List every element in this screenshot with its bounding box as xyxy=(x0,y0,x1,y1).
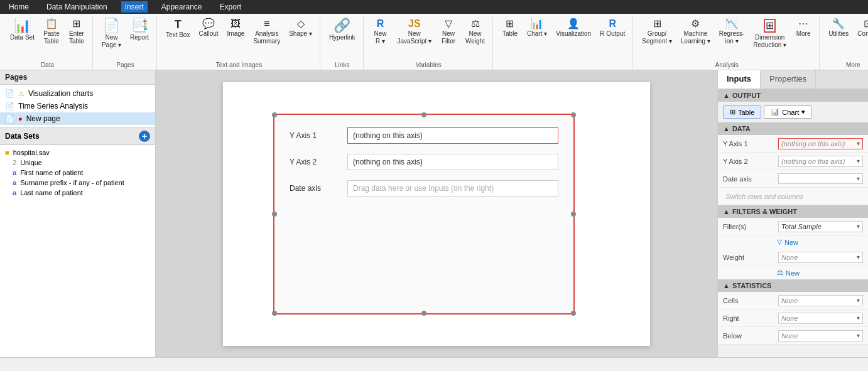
resize-handle-left[interactable] xyxy=(272,212,277,217)
output-buttons: ⊞ Table 📊 Chart ▾ xyxy=(718,102,868,122)
chart-dropdown-icon: ▾ xyxy=(801,108,805,116)
weight-row: Weight None ▾ xyxy=(718,249,868,266)
ribbon-btn-analysis-summary[interactable]: ≡ AnalysisSummary xyxy=(249,16,284,48)
below-label: Below xyxy=(723,332,773,340)
output-btn-chart[interactable]: 📊 Chart ▾ xyxy=(764,105,812,119)
resize-handle-top[interactable] xyxy=(421,112,426,117)
dataset-item-surnameprefix[interactable]: a Surname prefix - if any - of patient xyxy=(0,178,155,188)
data-section: ▲ DATA Y Axis 1 (nothing on this axis) ▾… xyxy=(718,122,868,205)
output-table-label: Table xyxy=(738,109,754,116)
ribbon-btn-utilities[interactable]: 🔧 Utilities xyxy=(825,16,852,40)
pages-list: 📄 ⚠ Visualization charts 📄 Time Series A… xyxy=(0,85,155,127)
data-yaxis2-arrow: ▾ xyxy=(857,158,860,164)
filters-select[interactable]: Total Sample ▾ xyxy=(778,221,863,232)
collapse-statistics-icon[interactable]: ▲ xyxy=(723,282,730,289)
dimension-reduction-icon: ⊞ xyxy=(764,19,776,33)
weight-select[interactable]: None ▾ xyxy=(778,252,863,263)
data-yaxis2-select[interactable]: (nothing on this axis) ▾ xyxy=(778,156,863,167)
right-row: Right None ▾ xyxy=(718,309,868,327)
ribbon-btn-r-output[interactable]: R R Output xyxy=(596,16,629,40)
ribbon-btn-group-segment[interactable]: ⊞ Group/Segment ▾ xyxy=(638,16,676,48)
tab-inputs[interactable]: Inputs xyxy=(718,70,761,89)
ribbon-btn-machine-learning[interactable]: ⚙ MachineLearning ▾ xyxy=(677,16,714,48)
dataset-item-hospital[interactable]: ■ hospital.sav xyxy=(0,148,155,158)
weight-new-button[interactable]: ⚖ New xyxy=(773,267,803,278)
datasets-title: Data Sets xyxy=(5,132,40,141)
data-yaxis1-label: Y Axis 1 xyxy=(723,140,773,148)
ribbon-btn-new-weight[interactable]: ⚖ NewWeight xyxy=(462,16,489,48)
ribbon-btn-enter-table[interactable]: ⊞ EnterTable xyxy=(65,16,89,48)
chart-dateaxis-input[interactable]: Drag data here or use Inputs (on the rig… xyxy=(347,180,558,196)
filters-arrow: ▾ xyxy=(857,223,860,230)
ribbon-btn-table[interactable]: ⊞ Table xyxy=(498,16,522,40)
canvas-area[interactable]: Y Axis 1 (nothing on this axis) Y Axis 2… xyxy=(156,70,717,357)
collapse-data-icon[interactable]: ▲ xyxy=(723,125,730,132)
callout-icon: 💬 xyxy=(202,19,215,29)
ribbon-btn-textbox[interactable]: T Text Box xyxy=(162,16,193,41)
add-dataset-button[interactable]: + xyxy=(139,131,150,142)
chart-yaxis2-value: (nothing on this axis) xyxy=(353,158,423,166)
filter-new-button[interactable]: ▽ New xyxy=(773,237,802,247)
resize-handle-bl[interactable] xyxy=(272,311,277,316)
weight-new-icon: ⚖ xyxy=(777,269,783,277)
menu-insert[interactable]: Insert xyxy=(121,1,148,13)
ribbon-btn-visualization[interactable]: 👤 Visualization xyxy=(552,16,595,40)
output-btn-table[interactable]: ⊞ Table xyxy=(723,105,761,119)
ribbon-btn-shape[interactable]: ◇ Shape ▾ xyxy=(285,16,316,40)
chart-yaxis1-input[interactable]: (nothing on this axis) xyxy=(347,127,558,144)
ribbon-btn-hyperlink[interactable]: 🔗 Hyperlink xyxy=(325,16,359,44)
ribbon-btn-chart[interactable]: 📊 Chart ▾ xyxy=(523,16,551,40)
ribbon-btn-dimension-reduction[interactable]: ⊞ DimensionReduction ▾ xyxy=(749,16,790,51)
ribbon-btn-image[interactable]: 🖼 Image xyxy=(224,16,249,40)
data-dateaxis-select[interactable]: ▾ xyxy=(778,173,863,184)
collapse-filters-icon[interactable]: ▲ xyxy=(723,208,730,215)
page-label-viz: Visualization charts xyxy=(28,89,93,98)
cells-select[interactable]: None ▾ xyxy=(778,295,863,306)
menu-home[interactable]: Home xyxy=(5,1,33,13)
resize-handle-bottom[interactable] xyxy=(421,311,426,316)
dataset-item-firstname[interactable]: a First name of patient xyxy=(0,168,155,178)
ribbon-btn-callout[interactable]: 💬 Callout xyxy=(195,16,222,40)
below-select[interactable]: None ▾ xyxy=(778,330,863,341)
ribbon-btn-control[interactable]: ⊡ Control xyxy=(854,16,868,40)
menu-bar: Home Data Manipulation Insert Appearance… xyxy=(0,0,868,14)
ribbon-btn-new-filter[interactable]: ▽ NewFilter xyxy=(437,16,460,48)
right-select[interactable]: None ▾ xyxy=(778,313,863,324)
dataset-type-str-2: a xyxy=(13,179,16,186)
weight-new-label: New xyxy=(786,269,800,277)
page-item-viz-charts[interactable]: 📄 ⚠ Visualization charts xyxy=(0,87,155,100)
utilities-icon: 🔧 xyxy=(832,19,845,29)
ribbon-btn-new-page[interactable]: 📄 NewPage ▾ xyxy=(98,16,125,51)
ribbon-btn-report[interactable]: 📑 Report xyxy=(126,16,153,44)
resize-handle-right[interactable] xyxy=(571,212,576,217)
data-yaxis2-row: Y Axis 2 (nothing on this axis) ▾ xyxy=(718,153,868,170)
menu-export[interactable]: Export xyxy=(215,1,245,13)
ribbon-btn-paste-table[interactable]: 📋 PasteTable xyxy=(40,16,63,48)
dataset-item-unique[interactable]: 2 Unique xyxy=(0,158,155,168)
ribbon-btn-new-js[interactable]: JS NewJavaScript ▾ xyxy=(394,16,435,48)
page-item-new-page[interactable]: 📄 ● New page xyxy=(0,112,155,125)
ribbon-btn-more-analysis[interactable]: ⋯ More xyxy=(791,16,815,40)
data-section-header: ▲ DATA xyxy=(718,122,868,135)
page-item-time-series[interactable]: 📄 Time Series Analysis xyxy=(0,100,155,112)
cells-value: None xyxy=(781,297,798,304)
page-icon-new: 📄 xyxy=(5,114,14,123)
ribbon-btn-regression[interactable]: 📉 Regress-ion ▾ xyxy=(715,16,749,48)
resize-handle-tl[interactable] xyxy=(272,112,277,117)
output-section: ▲ OUTPUT ⊞ Table 📊 Chart ▾ xyxy=(718,89,868,122)
chart-widget[interactable]: Y Axis 1 (nothing on this axis) Y Axis 2… xyxy=(273,114,575,315)
resize-handle-tr[interactable] xyxy=(571,112,576,117)
tab-properties[interactable]: Properties xyxy=(761,70,816,89)
ribbon-btn-dataset[interactable]: 📊 Data Set xyxy=(6,16,38,44)
dataset-item-lastname[interactable]: a Last name of patient xyxy=(0,188,155,198)
chart-yaxis2-input[interactable]: (nothing on this axis) xyxy=(347,154,558,170)
dataset-type-str-3: a xyxy=(13,189,16,196)
chart-yaxis1-value: (nothing on this axis) xyxy=(353,131,423,140)
collapse-output-icon[interactable]: ▲ xyxy=(723,92,730,99)
r-output-icon: R xyxy=(609,19,616,29)
resize-handle-br[interactable] xyxy=(571,311,576,316)
menu-data-manipulation[interactable]: Data Manipulation xyxy=(43,1,111,13)
data-yaxis1-select[interactable]: (nothing on this axis) ▾ xyxy=(778,138,863,149)
menu-appearance[interactable]: Appearance xyxy=(158,1,206,13)
ribbon-btn-new-r[interactable]: R NewR ▾ xyxy=(369,16,393,48)
